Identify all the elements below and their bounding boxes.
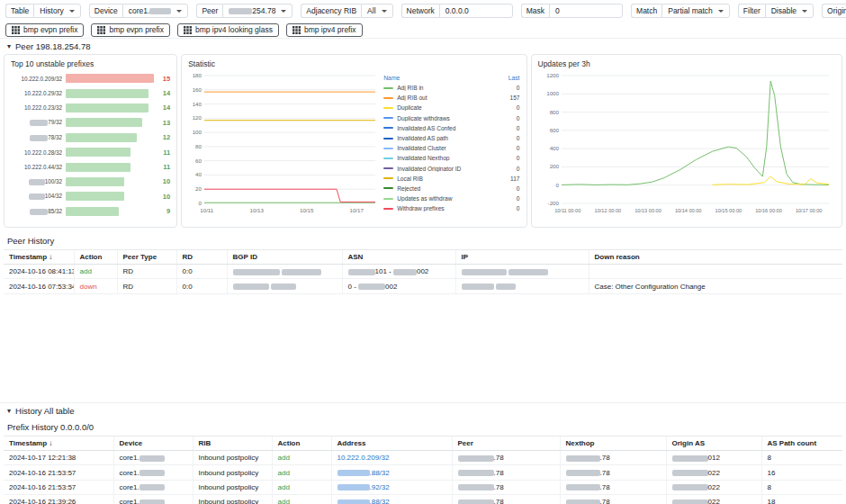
redacted-text: [140, 470, 165, 476]
bgp-id-cell: [227, 265, 342, 279]
chevron-down-icon: [382, 10, 387, 13]
column-header[interactable]: Timestamp ↓: [4, 250, 74, 265]
column-header[interactable]: Timestamp ↓: [4, 436, 113, 451]
column-header[interactable]: Action: [272, 436, 331, 451]
peer-section-header[interactable]: ▾ Peer 198.18.254.78: [0, 38, 846, 53]
match-select[interactable]: Partial match: [662, 4, 730, 18]
column-header[interactable]: Peer Type: [117, 250, 176, 265]
grid-icon: [97, 26, 105, 34]
collapse-caret-icon: ▾: [7, 407, 11, 415]
address-link[interactable]: .92/32: [331, 480, 452, 494]
column-header[interactable]: Device: [113, 436, 193, 451]
series-last-value: 0: [517, 155, 520, 161]
table-row[interactable]: 2024-10-16 07:53:34downRD0:0 0 - 002 Cas…: [4, 279, 842, 293]
peer-history-table: Timestamp ↓ActionPeer TypeRDBGP IDASNIPD…: [4, 249, 842, 294]
network-input[interactable]: 0.0.0.0: [439, 4, 513, 18]
panel-title: Top 10 unstable prefixes: [11, 59, 170, 68]
adjacency-rib-select[interactable]: All: [361, 4, 392, 18]
table-row[interactable]: 2024-10-17 12:21:38core1.Inbound postpol…: [4, 451, 842, 465]
history-all-header[interactable]: ▾ History All table: [0, 402, 846, 418]
legend-item[interactable]: Local RIB117: [383, 174, 519, 184]
legend-item[interactable]: Rejected0: [383, 184, 519, 194]
mask-input-value: 0: [555, 6, 560, 15]
prefix-count: 14: [158, 89, 170, 97]
filter-select[interactable]: Disable: [765, 4, 814, 18]
legend-item[interactable]: Invalidated Cluster0: [383, 143, 519, 153]
bmp-evpn-prefix-button-2[interactable]: bmp evpn prefix: [91, 23, 169, 37]
table-select[interactable]: History: [33, 4, 80, 18]
column-header[interactable]: ASN: [342, 250, 455, 265]
series-name: Invalidated Nexthop: [397, 155, 517, 161]
origin-as-cell: 022: [666, 480, 761, 494]
device-select[interactable]: core1.: [122, 4, 189, 18]
prefix-count: 13: [158, 119, 170, 127]
bmp-ipv4-prefix-button[interactable]: bmp ipv4 prefix: [286, 23, 363, 37]
legend-item[interactable]: Invalidated AS path0: [383, 133, 519, 143]
device-cell: core1.: [113, 495, 193, 504]
timestamp-cell: 2024-10-16 21:39:26: [4, 495, 113, 504]
origin-as-cell: 012: [666, 451, 761, 465]
svg-text:800: 800: [549, 109, 559, 115]
legend-rows: Adj RIB in0Adj RIB out157Duplicate0Dupli…: [383, 83, 519, 213]
column-header[interactable]: AS Path count: [761, 436, 842, 451]
legend-item[interactable]: Duplicate withdraws0: [383, 113, 519, 123]
bgp-id-cell: [227, 279, 342, 293]
column-header[interactable]: Address: [331, 436, 452, 451]
address-link[interactable]: .88/32: [331, 495, 452, 504]
origin-as-cell: 022: [666, 495, 761, 504]
mask-input[interactable]: 0: [549, 4, 623, 18]
table-header-row: Timestamp ↓ActionPeer TypeRDBGP IDASNIPD…: [4, 250, 842, 265]
legend-item[interactable]: Duplicate0: [383, 103, 519, 112]
grid-icon: [292, 26, 301, 34]
legend-item[interactable]: Withdraw prefixes0: [383, 203, 519, 213]
series-name: Duplicate withdraws: [397, 115, 517, 122]
redacted-text: [140, 455, 165, 462]
prefix-history-title: Prefix History 0.0.0.0/0: [0, 418, 846, 436]
redacted-text: [233, 284, 269, 290]
column-header[interactable]: Action: [74, 250, 117, 265]
bmp-evpn-prefix-button[interactable]: bmp evpn prefix: [5, 23, 84, 37]
legend-item[interactable]: Updates as withdraw0: [383, 194, 519, 203]
redacted-text: [29, 194, 45, 200]
bmp-ipv4-looking-glass-button[interactable]: bmp ipv4 looking glass: [177, 23, 279, 37]
redacted-text: [393, 269, 417, 275]
address-link[interactable]: .88/32: [331, 465, 452, 480]
legend-last-header[interactable]: Last: [508, 75, 520, 81]
column-header[interactable]: Down reason: [589, 250, 842, 265]
svg-text:1000: 1000: [546, 90, 559, 96]
legend-item[interactable]: Invalidated Originator ID0: [383, 164, 519, 174]
address-link[interactable]: 10.222.0.209/32: [331, 451, 452, 465]
redacted-text: [672, 470, 708, 476]
legend-item[interactable]: Adj RIB out157: [383, 93, 519, 103]
series-color-dash: [383, 97, 393, 99]
column-header[interactable]: RIB: [193, 436, 272, 451]
legend-item[interactable]: Adj RIB in0: [383, 83, 519, 93]
adjacency-rib-group: Adjacency RIB All: [301, 4, 392, 18]
column-header[interactable]: Origin AS: [666, 436, 761, 451]
peer-select[interactable]: 254.78: [222, 4, 292, 18]
legend-item[interactable]: Invalidated Nexthop0: [383, 153, 519, 163]
legend-name-header[interactable]: Name: [383, 75, 400, 81]
as-path-count-cell: 8: [761, 451, 842, 465]
table-row[interactable]: 2024-10-16 21:53:57core1.Inbound postpol…: [4, 465, 842, 480]
ip-cell: [455, 279, 589, 293]
svg-text:10/13 00:00: 10/13 00:00: [634, 208, 662, 213]
column-header[interactable]: BGP ID: [227, 250, 342, 265]
action-cell: add: [272, 465, 331, 480]
column-header[interactable]: Peer: [452, 436, 560, 451]
svg-text:10/15 00:00: 10/15 00:00: [715, 208, 742, 213]
table-row[interactable]: 2024-10-16 21:39:26core1.Inbound postpol…: [4, 495, 842, 504]
redacted-text: [566, 484, 600, 490]
table-row[interactable]: 2024-10-16 08:41:13addRD0:0 101 - 002: [4, 265, 842, 279]
unstable-prefix-row: 100/3210: [11, 175, 170, 189]
column-header[interactable]: Nexthop: [560, 436, 666, 451]
column-header[interactable]: RD: [176, 250, 227, 265]
prefix-bar: [66, 177, 124, 186]
series-color-dash: [383, 138, 393, 140]
network-group: Network 0.0.0.0: [401, 4, 513, 18]
origin-asn-label: Origin ASN: [822, 4, 846, 18]
column-header[interactable]: IP: [455, 250, 589, 265]
table-row[interactable]: 2024-10-16 21:53:57core1.Inbound postpol…: [4, 480, 842, 494]
prefix-bar: [66, 207, 119, 216]
legend-item[interactable]: Invalidated AS Confed0: [383, 123, 519, 133]
